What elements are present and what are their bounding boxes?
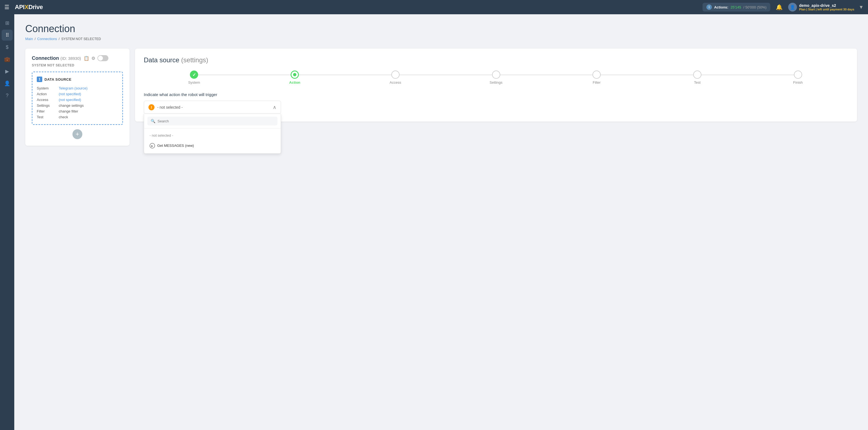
card-header: Connection (ID: 38930) 📋 ⚙ — [32, 55, 123, 61]
right-card: Data source (settings) ✓SystemActionAcce… — [135, 49, 857, 122]
table-cell-value[interactable]: (not specified) — [59, 91, 118, 97]
sidebar-item-connections[interactable]: ⠿ — [2, 30, 12, 41]
content: Connection Main / Connections / SYSTEM N… — [14, 14, 868, 430]
info-icon: i — [706, 4, 712, 10]
hamburger-icon[interactable]: ☰ — [4, 4, 9, 10]
step-filter: Filter — [547, 70, 647, 85]
bell-icon[interactable]: 🔔 — [776, 4, 783, 10]
table-cell-value: change filter — [59, 109, 118, 114]
actions-label: Actions: — [714, 5, 728, 9]
table-cell-label: Test — [37, 114, 59, 120]
table-cell-value[interactable]: Telegram (source) — [59, 85, 118, 91]
play-icon: ▶ — [150, 143, 155, 149]
dropdown-selected-left: ! - not selected - — [149, 104, 183, 110]
sidebar: ⊞ ⠿ $ 💼 ▶ 👤 ? — [0, 14, 14, 430]
dropdown-option[interactable]: - not selected - — [144, 131, 281, 140]
table-row: Settingschange settings — [37, 103, 118, 109]
step-access: Access — [345, 70, 446, 85]
warning-icon: ! — [149, 104, 155, 110]
sidebar-item-help[interactable]: ? — [2, 90, 12, 101]
chevron-up-icon: ∧ — [273, 104, 276, 110]
search-input[interactable] — [157, 119, 274, 123]
breadcrumb-current: SYSTEM NOT SELECTED — [61, 37, 101, 41]
step-label: Access — [390, 81, 401, 85]
dropdown-options: - not selected -▶Get MESSAGES (new) — [144, 128, 281, 153]
step-circle: ✓ — [190, 70, 198, 79]
step-circle — [794, 70, 802, 79]
copy-icon[interactable]: 📋 — [84, 56, 89, 61]
ds-title: DATA SOURCE — [44, 78, 71, 82]
dropdown-container: ! - not selected - ∧ 🔍 - not selected — [144, 101, 281, 114]
table-row: SystemTelegram (source) — [37, 85, 118, 91]
user-name: demo_apix-drive_s2 — [799, 3, 854, 8]
table-cell-label: Settings — [37, 103, 59, 109]
step-test: Test — [647, 70, 748, 85]
add-button[interactable]: + — [72, 129, 82, 139]
dropdown-panel: 🔍 - not selected -▶Get MESSAGES (new) — [144, 114, 281, 154]
logo-api: API — [15, 4, 24, 11]
search-icon: 🔍 — [151, 119, 155, 123]
table-cell-label: Filter — [37, 109, 59, 114]
breadcrumb-main[interactable]: Main — [25, 37, 33, 41]
left-card: Connection (ID: 38930) 📋 ⚙ SYSTEM NOT SE… — [25, 49, 129, 146]
steps: ✓SystemActionAccessSettingsFilterTestFin… — [144, 70, 848, 85]
action-prompt: Indicate what action the robot will trig… — [144, 92, 848, 97]
logo-x: X — [24, 4, 28, 11]
system-not-selected: SYSTEM NOT SELECTED — [32, 63, 123, 67]
step-label: Finish — [793, 81, 803, 85]
chevron-down-icon[interactable]: ▼ — [859, 4, 864, 10]
actions-total: / 50'000 (50%) — [743, 5, 767, 9]
avatar: 👤 — [788, 3, 797, 11]
sidebar-item-billing[interactable]: $ — [2, 42, 12, 53]
step-label: Test — [694, 81, 701, 85]
ds-header: 1 DATA SOURCE — [37, 76, 118, 82]
step-circle — [693, 70, 702, 79]
logo: APIXDrive — [15, 4, 43, 11]
logo-drive: Drive — [28, 4, 43, 11]
toggle-switch[interactable] — [97, 55, 108, 61]
user-info: demo_apix-drive_s2 Plan | Start | left u… — [799, 3, 854, 11]
user-plan: Plan | Start | left until payment 30 day… — [799, 8, 854, 11]
sidebar-item-briefcase[interactable]: 💼 — [2, 54, 12, 65]
dropdown-option[interactable]: ▶Get MESSAGES (new) — [144, 140, 281, 151]
main-layout: ⊞ ⠿ $ 💼 ▶ 👤 ? Connection Main / Connecti… — [0, 14, 868, 430]
actions-used: 25'145 — [731, 5, 741, 9]
breadcrumb-connections[interactable]: Connections — [37, 37, 57, 41]
data-source-box: 1 DATA SOURCE SystemTelegram (source)Act… — [32, 72, 123, 125]
table-row: Filterchange filter — [37, 109, 118, 114]
search-input-wrap: 🔍 — [147, 117, 277, 125]
step-action: Action — [245, 70, 345, 85]
step-label: Settings — [490, 81, 502, 85]
dropdown-trigger[interactable]: ! - not selected - ∧ — [144, 101, 281, 114]
user-section: 👤 demo_apix-drive_s2 Plan | Start | left… — [788, 3, 864, 11]
ds-number: 1 — [37, 76, 42, 82]
table-cell-value: check — [59, 114, 118, 120]
card-title: Connection (ID: 38930) — [32, 55, 81, 61]
step-label: Filter — [593, 81, 601, 85]
sidebar-item-user[interactable]: 👤 — [2, 78, 12, 89]
table-cell-label: Action — [37, 91, 59, 97]
card-icons: 📋 ⚙ — [84, 55, 108, 61]
step-label: Action — [289, 81, 300, 85]
step-circle — [290, 70, 299, 79]
right-card-title: Data source (settings) — [144, 56, 848, 64]
step-system: ✓System — [144, 70, 245, 85]
sidebar-item-home[interactable]: ⊞ — [2, 18, 12, 29]
table-row: Testcheck — [37, 114, 118, 120]
table-cell-value[interactable]: (not specified) — [59, 97, 118, 103]
navbar: ☰ APIXDrive i Actions: 25'145 / 50'000 (… — [0, 0, 868, 14]
table-row: Access(not specified) — [37, 97, 118, 103]
table-row: Action(not specified) — [37, 91, 118, 97]
step-circle — [592, 70, 601, 79]
step-settings: Settings — [446, 70, 547, 85]
cards-row: Connection (ID: 38930) 📋 ⚙ SYSTEM NOT SE… — [25, 49, 857, 146]
breadcrumb: Main / Connections / SYSTEM NOT SELECTED — [25, 37, 857, 41]
gear-icon[interactable]: ⚙ — [91, 56, 95, 61]
step-circle — [391, 70, 400, 79]
page-title: Connection — [25, 23, 857, 35]
actions-badge: i Actions: 25'145 / 50'000 (50%) — [703, 3, 770, 11]
table-cell-label: System — [37, 85, 59, 91]
dropdown-selected-text: - not selected - — [157, 105, 183, 110]
table-cell-value: change settings — [59, 103, 118, 109]
sidebar-item-play[interactable]: ▶ — [2, 66, 12, 77]
